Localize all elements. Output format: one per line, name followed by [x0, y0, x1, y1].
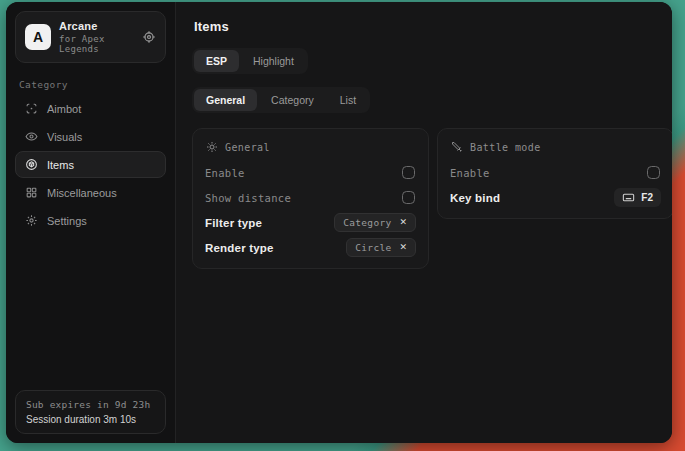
sidebar-item-label: Visuals: [47, 131, 82, 143]
battle-mode-panel-header: Battle mode: [451, 141, 661, 153]
select-value: Circle: [355, 242, 391, 253]
sidebar: A Arcane for Apex Legends Category: [6, 2, 176, 443]
setting-row-show-distance: Show distance: [205, 185, 416, 210]
sword-icon: [451, 141, 463, 153]
app-subtitle: for Apex Legends: [59, 34, 134, 54]
show-distance-checkbox[interactable]: [402, 191, 415, 204]
filter-type-select[interactable]: Category ✕: [334, 213, 416, 232]
app-name: Arcane: [59, 20, 134, 32]
tab-general[interactable]: General: [194, 89, 257, 111]
crosshair-frame-icon: [25, 102, 38, 115]
sun-icon: [206, 141, 218, 153]
cube-icon: [25, 158, 38, 171]
sidebar-item-aimbot[interactable]: Aimbot: [15, 95, 166, 122]
app-header-card: A Arcane for Apex Legends: [15, 11, 166, 63]
target-icon[interactable]: [142, 30, 156, 44]
panel-title: General: [225, 142, 270, 153]
setting-label: Key bind: [450, 192, 500, 204]
tab-category[interactable]: Category: [259, 89, 326, 111]
sidebar-item-items[interactable]: Items: [15, 151, 166, 178]
sub-tab-group: General Category List: [192, 87, 370, 113]
setting-row-render-type: Render type Circle ✕: [205, 235, 416, 260]
battle-mode-panel: Battle mode Enable Key bind: [437, 128, 672, 219]
page-title: Items: [194, 19, 672, 34]
sidebar-item-label: Miscellaneous: [47, 187, 117, 199]
subscription-info-card: Sub expires in 9d 23h Session duration 3…: [15, 390, 166, 434]
sidebar-item-visuals[interactable]: Visuals: [15, 123, 166, 150]
sidebar-item-label: Aimbot: [47, 103, 81, 115]
close-icon[interactable]: ✕: [399, 218, 407, 227]
sidebar-item-label: Settings: [47, 215, 87, 227]
panels-row: General Enable Show distance Filter type…: [192, 128, 672, 269]
keyboard-icon: [622, 191, 635, 204]
sidebar-section-label: Category: [19, 79, 162, 90]
app-window: A Arcane for Apex Legends Category: [6, 2, 672, 443]
main-content: Items ESP Highlight General Category Lis…: [176, 2, 672, 443]
keybind-value: F2: [641, 192, 653, 203]
session-duration-text: Session duration 3m 10s: [26, 414, 155, 425]
gear-icon: [25, 214, 38, 227]
grid-icon: [25, 186, 38, 199]
battle-enable-checkbox[interactable]: [647, 166, 660, 179]
general-panel: General Enable Show distance Filter type…: [192, 128, 429, 269]
setting-label: Show distance: [205, 192, 291, 204]
eye-icon: [25, 130, 38, 143]
select-value: Category: [343, 217, 391, 228]
app-logo: A: [25, 24, 51, 50]
enable-checkbox[interactable]: [402, 166, 415, 179]
general-panel-header: General: [206, 141, 416, 153]
setting-label: Filter type: [205, 217, 262, 229]
mode-tab-group: ESP Highlight: [192, 48, 308, 74]
tab-esp[interactable]: ESP: [194, 50, 239, 72]
setting-label: Enable: [205, 167, 245, 179]
setting-row-key-bind: Key bind F2: [450, 185, 661, 210]
sub-expires-text: Sub expires in 9d 23h: [26, 399, 155, 410]
setting-row-enable: Enable: [205, 160, 416, 185]
sidebar-item-settings[interactable]: Settings: [15, 207, 166, 234]
setting-label: Enable: [450, 167, 490, 179]
tab-list[interactable]: List: [328, 89, 368, 111]
panel-title: Battle mode: [470, 142, 541, 153]
setting-label: Render type: [205, 242, 274, 254]
setting-row-filter-type: Filter type Category ✕: [205, 210, 416, 235]
close-icon[interactable]: ✕: [399, 243, 407, 252]
sidebar-nav: Aimbot Visuals Items: [6, 95, 175, 234]
sidebar-item-label: Items: [47, 159, 74, 171]
tab-highlight[interactable]: Highlight: [241, 50, 306, 72]
render-type-select[interactable]: Circle ✕: [346, 238, 416, 257]
sidebar-item-miscellaneous[interactable]: Miscellaneous: [15, 179, 166, 206]
keybind-button[interactable]: F2: [614, 188, 661, 207]
app-meta: Arcane for Apex Legends: [59, 20, 134, 54]
setting-row-enable: Enable: [450, 160, 661, 185]
